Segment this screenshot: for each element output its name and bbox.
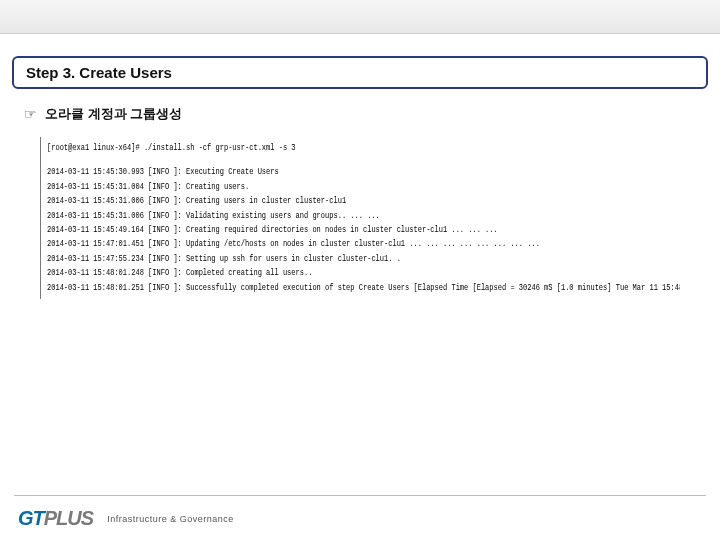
footer-tagline: Infrastructure & Governance — [107, 514, 234, 524]
terminal-command: [root@exa1 linux-x64]# ./install.sh -cf … — [47, 141, 541, 155]
terminal-line: 2014-03-11 15:45:31.006 [INFO ]: Validat… — [47, 209, 541, 223]
footer-divider — [14, 495, 706, 496]
terminal-line: 2014-03-11 15:48:01.251 [INFO ]: Success… — [47, 281, 541, 295]
terminal-line: 2014-03-11 15:48:01.248 [INFO ]: Complet… — [47, 266, 541, 280]
terminal-output: [root@exa1 linux-x64]# ./install.sh -cf … — [40, 137, 680, 299]
terminal-line: 2014-03-11 15:45:31.004 [INFO ]: Creatin… — [47, 180, 541, 194]
terminal-line: 2014-03-11 15:45:30.993 [INFO ]: Executi… — [47, 165, 541, 179]
subtitle-text: 오라클 계정과 그룹생성 — [45, 105, 182, 123]
subtitle-row: ☞ 오라클 계정과 그룹생성 — [24, 105, 720, 123]
step-title-box: Step 3. Create Users — [12, 56, 708, 89]
terminal-line: 2014-03-11 15:47:01.451 [INFO ]: Updatin… — [47, 237, 541, 251]
logo: GTPLUS — [18, 507, 93, 530]
terminal-line: 2014-03-11 15:45:31.006 [INFO ]: Creatin… — [47, 194, 541, 208]
logo-plus: PLUS — [44, 507, 93, 530]
top-bar — [0, 0, 720, 34]
terminal-line: 2014-03-11 15:47:55.234 [INFO ]: Setting… — [47, 252, 541, 266]
step-title: Step 3. Create Users — [26, 64, 694, 81]
terminal-line: 2014-03-11 15:45:49.164 [INFO ]: Creatin… — [47, 223, 541, 237]
pointer-icon: ☞ — [24, 106, 37, 122]
logo-gt: GT — [18, 507, 44, 530]
footer: GTPLUS Infrastructure & Governance — [0, 507, 720, 530]
